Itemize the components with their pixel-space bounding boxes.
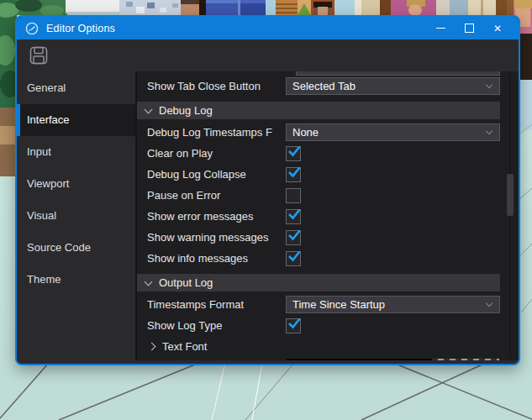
window-title: Editor Options [46,23,426,34]
pause-on-error-checkbox[interactable] [286,188,301,203]
checkmark-icon [287,228,302,243]
chevron-down-icon [486,128,492,134]
chevron-right-icon [148,343,156,351]
show-info-messages-checkbox[interactable] [286,251,301,266]
setting-row-text-font[interactable]: Text Font [137,336,519,357]
checkmark-icon [287,165,302,180]
checkmark-icon [287,316,302,331]
setting-row-pause-on-error: Pause on Error [137,185,519,206]
checkmark-icon [287,144,302,159]
setting-row-show-log-type: Show Log Type [137,315,519,336]
maximize-icon [465,24,474,33]
show-tab-close-button-dropdown[interactable]: Selected Tab [286,77,500,95]
setting-label: Show Log Type [147,319,286,332]
options-toolbar [17,39,519,71]
show-warning-messages-checkbox[interactable] [286,230,301,245]
minimize-button[interactable] [426,17,455,39]
sidebar-item-visual[interactable]: Visual [17,200,135,232]
dropdown-value: Time Since Startup [292,298,385,311]
close-button[interactable]: ✕ [483,17,512,39]
show-error-messages-checkbox[interactable] [286,209,301,224]
setting-row-show-error-messages: Show error messages [137,206,519,227]
chevron-down-icon [145,105,153,113]
setting-label: Text Font [162,340,301,353]
setting-label: Show Tab Close Button [147,80,286,92]
setting-row-text-shadow-color: Text Shadow Col [137,357,519,360]
flax-engine-logo-icon [25,22,39,35]
sidebar-item-viewport[interactable]: Viewport [17,168,135,200]
settings-panel: Show Tab Close Button Selected Tab Debug… [137,71,519,360]
chevron-down-icon [486,300,492,307]
options-body: General Interface Input Viewport Visual … [17,71,519,360]
timestamps-format-dropdown[interactable]: Time Since Startup [286,296,500,313]
minimize-icon [436,28,445,29]
content-scrollbar[interactable] [507,71,514,360]
setting-label: Show info messages [147,252,286,265]
setting-row-show-tab-close-button: Show Tab Close Button Selected Tab [137,76,519,97]
sidebar-item-input[interactable]: Input [17,136,135,168]
debug-log-timestamps-dropdown[interactable]: None [286,123,500,141]
scrollbar-track[interactable] [509,73,511,359]
clear-on-play-checkbox[interactable] [286,146,301,161]
sidebar-item-theme[interactable]: Theme [17,264,135,296]
sidebar-item-source-code[interactable]: Source Code [17,232,135,264]
maximize-button[interactable] [455,17,483,39]
sidebar-item-general[interactable]: General [17,72,135,104]
dropdown-value: None [292,126,319,139]
setting-label: Debug Log Timestamps F [147,126,286,139]
debug-log-collapse-checkbox[interactable] [286,167,301,182]
titlebar[interactable]: Editor Options ✕ [17,17,519,39]
section-header-output-log[interactable]: Output Log [137,274,500,291]
sidebar-item-interface[interactable]: Interface [17,104,135,136]
setting-label: Clear on Play [147,147,286,160]
section-header-debug-log[interactable]: Debug Log [137,102,500,119]
chevron-down-icon [145,277,153,286]
setting-row-debug-log-collapse: Debug Log Collapse [137,164,519,185]
setting-label: Show error messages [147,210,286,223]
show-log-type-checkbox[interactable] [286,318,301,333]
save-button[interactable] [28,45,50,66]
setting-row-show-warning-messages: Show warning messages [137,227,519,248]
options-sidebar: General Interface Input Viewport Visual … [17,71,137,360]
setting-label: Show warning messages [147,231,286,244]
setting-label: Timestamps Format [147,298,286,311]
floppy-disk-icon [29,45,49,66]
section-title: Output Log [159,276,213,289]
setting-row-debug-log-timestamps: Debug Log Timestamps F None [137,122,519,143]
checkmark-icon [287,207,302,222]
alpha-checker-pattern [432,359,499,360]
screen: Editor Options ✕ General Interface Input… [0,0,532,420]
text-shadow-color-swatch[interactable] [286,358,500,360]
setting-row-show-info-messages: Show info messages [137,248,519,269]
section-title: Debug Log [159,104,213,117]
setting-label: Debug Log Collapse [147,168,286,181]
scrollbar-thumb[interactable] [507,174,514,216]
setting-row-timestamps-format: Timestamps Format Time Since Startup [137,294,519,315]
editor-options-window: Editor Options ✕ General Interface Input… [15,15,520,365]
setting-row-clear-on-play: Clear on Play [137,143,519,164]
checkmark-icon [287,249,302,264]
dropdown-value: Selected Tab [292,80,356,92]
setting-label: Pause on Error [147,189,286,202]
chevron-down-icon [486,81,492,88]
